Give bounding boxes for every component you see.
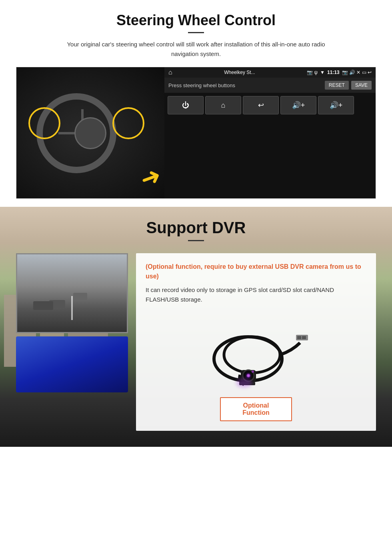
optional-function-button[interactable]: Optional Function xyxy=(220,397,292,421)
android-status-icons: 📷 🔊 ✕ ▭ ↩ xyxy=(342,70,372,75)
optional-function-text: (Optional function, require to buy exter… xyxy=(146,262,366,281)
wifi-icon: ▼ xyxy=(320,70,325,75)
highlight-circle-left xyxy=(28,107,60,139)
dvr-divider xyxy=(188,240,204,241)
wheelkey-btn-group[interactable]: RESET SAVE xyxy=(325,81,372,90)
car-interior-thumbnail xyxy=(16,336,128,392)
section1-divider xyxy=(188,32,204,33)
section1-description: Your original car's steering wheel contr… xyxy=(56,40,336,59)
svg-point-1 xyxy=(224,337,280,373)
section1-title: Steering Wheel Control xyxy=(16,12,376,29)
vol-up-button[interactable]: 🔊+ xyxy=(280,96,316,114)
dvr-left xyxy=(16,253,128,392)
svg-point-12 xyxy=(252,370,254,373)
reset-button[interactable]: RESET xyxy=(325,81,349,90)
highlight-circle-right xyxy=(112,107,144,139)
dvr-right: (Optional function, require to buy exter… xyxy=(136,253,376,431)
swc-image-container: ➜ ⌂ Wheelkey St... 📷 ψ ▼ 11:13 📷 🔊 ✕ ▭ ↩… xyxy=(16,67,376,199)
steering-wheel-bg: ➜ xyxy=(16,67,164,199)
wheel-inner xyxy=(74,117,106,149)
press-label: Press steering wheel buttons xyxy=(168,82,235,88)
svg-point-10 xyxy=(247,374,250,377)
wheelkey-bar: Press steering wheel buttons RESET SAVE xyxy=(164,78,376,93)
android-time: 11:13 xyxy=(327,70,340,75)
android-icons: 📷 ψ xyxy=(307,70,318,75)
dvr-title: Support DVR xyxy=(16,219,376,237)
dvr-camera-thumbnail xyxy=(16,253,128,333)
dvr-product-image xyxy=(146,311,366,391)
car-3 xyxy=(33,301,53,310)
arrow-icon: ➜ xyxy=(136,161,164,194)
steering-wheel-photo: ➜ xyxy=(16,67,164,199)
wheelkey-controls: ⏻ ⌂ ↩ 🔊+ 🔊+ xyxy=(164,93,376,118)
android-statusbar: ⌂ Wheelkey St... 📷 ψ ▼ 11:13 📷 🔊 ✕ ▭ ↩ xyxy=(164,67,376,78)
vol-up-button2[interactable]: 🔊+ xyxy=(318,96,354,114)
svg-rect-4 xyxy=(302,336,306,339)
dvr-body: (Optional function, require to buy exter… xyxy=(16,253,376,431)
dvr-content: Support DVR xyxy=(0,207,392,447)
power-button[interactable]: ⏻ xyxy=(168,96,204,114)
road-scene xyxy=(17,254,127,332)
svg-rect-3 xyxy=(297,336,301,339)
save-button[interactable]: SAVE xyxy=(351,81,372,90)
android-app-title: Wheelkey St... xyxy=(175,70,305,75)
dvr-camera-svg xyxy=(204,311,308,391)
road-line xyxy=(71,296,73,320)
dvr-info-card: (Optional function, require to buy exter… xyxy=(136,253,376,431)
home-button[interactable]: ⌂ xyxy=(205,96,241,114)
car-2 xyxy=(73,293,87,300)
back-button[interactable]: ↩ xyxy=(243,96,279,114)
dvr-section: Support DVR xyxy=(0,207,392,447)
svg-point-11 xyxy=(236,378,252,388)
dvr-description: It can record video only to storage in G… xyxy=(146,285,366,304)
car-interior-bg xyxy=(16,336,128,392)
home-icon: ⌂ xyxy=(168,69,172,76)
android-wheelkey-ui: ⌂ Wheelkey St... 📷 ψ ▼ 11:13 📷 🔊 ✕ ▭ ↩ P… xyxy=(164,67,376,198)
steering-wheel-section: Steering Wheel Control Your original car… xyxy=(0,0,392,207)
